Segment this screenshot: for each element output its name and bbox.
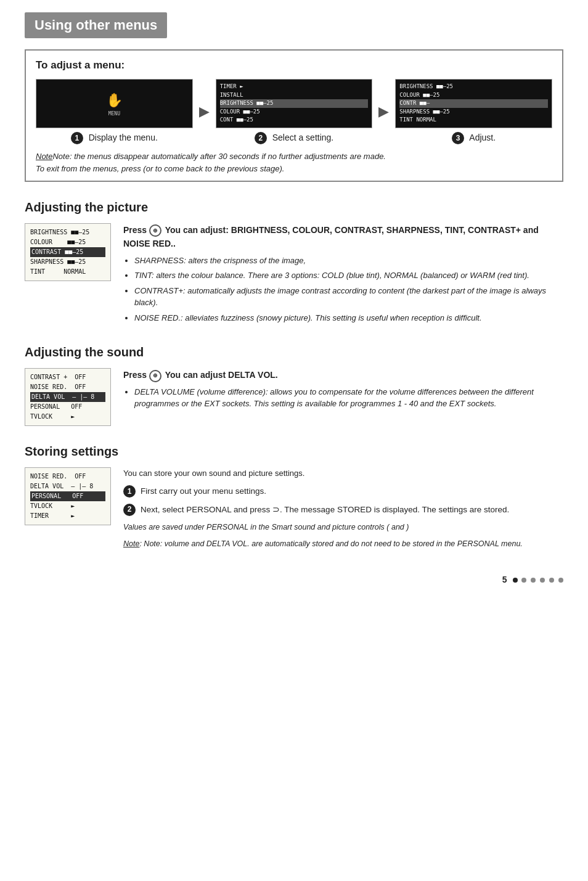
step3-label: 3 Adjust.: [452, 132, 496, 144]
page-number: 5: [502, 575, 507, 584]
storing-menu-image: NOISE RED. OFF DELTA VOL — |— 8 PERSONAL…: [25, 467, 111, 525]
page-footer: 5: [25, 575, 563, 584]
storing-steps: 1 First carry out your menu settings. 2 …: [123, 485, 563, 516]
picture-bullet-4: NOISE RED.: alleviates fuzziness (snowy …: [134, 312, 563, 324]
storing-step2-number: 2: [123, 504, 136, 516]
step1-label: 1 Display the menu.: [71, 132, 158, 144]
adjust-step-1: ✋ MENU 1 Display the menu.: [36, 79, 193, 144]
dot-6: [558, 578, 563, 583]
arrow-1: ▶: [199, 104, 210, 144]
dot-1: [513, 578, 518, 583]
sound-press-line: Press ⊕ You can adjust DELTA VOL.: [123, 368, 563, 382]
dot-4: [540, 578, 545, 583]
step2-image: TIMER ► INSTALL BRIGHTNESS ■■—25 COLOUR …: [216, 79, 373, 128]
storing-note2: Note: Note: volume and DELTA VOL. are au…: [123, 538, 563, 550]
menu-button-sound-icon: ⊕: [149, 370, 161, 382]
picture-bullet-1: SHARPNESS: alters the crispness of the i…: [134, 255, 563, 267]
storing-step1-number: 1: [123, 485, 136, 498]
sound-menu-image: CONTRAST + OFF NOISE RED. OFF DELTA VOL …: [25, 368, 111, 426]
step1-image: ✋ MENU: [36, 79, 193, 128]
picture-section-title: Adjusting the picture: [25, 200, 563, 215]
storing-section-title: Storing settings: [25, 445, 563, 459]
step3-number: 3: [452, 132, 464, 144]
picture-press-line: Press ⊕ You can adjust: BRIGHTNESS, COLO…: [123, 223, 563, 251]
sound-section-title: Adjusting the sound: [25, 345, 563, 359]
adjust-step-2: TIMER ► INSTALL BRIGHTNESS ■■—25 COLOUR …: [216, 79, 373, 144]
sound-content-text: Press ⊕ You can adjust DELTA VOL. DELTA …: [123, 368, 563, 412]
picture-menu-image: BRIGHTNESS ■■—25 COLOUR ■■—25 CONTRAST ■…: [25, 223, 111, 281]
arrow-2: ▶: [378, 104, 389, 144]
sound-content-row: CONTRAST + OFF NOISE RED. OFF DELTA VOL …: [25, 368, 563, 426]
adjust-steps-row: ✋ MENU 1 Display the menu. ▶ TIMER ► INS…: [36, 79, 552, 144]
pagination-dots: [511, 575, 563, 584]
storing-intro: You can store your own sound and picture…: [123, 467, 563, 480]
picture-bullet-2: TINT: alters the colour balance. There a…: [134, 269, 563, 282]
sound-bullets-list: DELTA VOLUME (volume difference): allows…: [123, 386, 563, 410]
adjust-step-3: BRIGHTNESS ■■—25 COLOUR ■■—25 CONTR ■■— …: [395, 79, 552, 144]
picture-bullets-list: SHARPNESS: alters the crispness of the i…: [123, 255, 563, 324]
menu-button-icon: ⊕: [149, 224, 161, 237]
step1-number: 1: [71, 132, 83, 144]
adjust-menu-section: To adjust a menu: ✋ MENU 1 Display the m…: [25, 49, 563, 182]
sound-bullet-1: DELTA VOLUME (volume difference): allows…: [134, 386, 563, 410]
step2-label: 2 Select a setting.: [255, 132, 334, 144]
step2-number: 2: [255, 132, 267, 144]
storing-step-2: 2 Next, select PERSONAL and press ⊃. The…: [123, 503, 563, 517]
storing-step-1: 1 First carry out your menu settings.: [123, 485, 563, 498]
picture-content-text: Press ⊕ You can adjust: BRIGHTNESS, COLO…: [123, 223, 563, 327]
adjust-menu-heading: To adjust a menu:: [36, 59, 552, 72]
storing-content-text: You can store your own sound and picture…: [123, 467, 563, 550]
storing-note1: Values are saved under PERSONAL in the S…: [123, 522, 563, 533]
step3-image: BRIGHTNESS ■■—25 COLOUR ■■—25 CONTR ■■— …: [395, 79, 552, 128]
dot-2: [521, 578, 526, 583]
adjust-menu-note: NoteNote: the menus disappear automatica…: [36, 150, 552, 174]
dot-3: [531, 578, 536, 583]
picture-bullet-3: CONTRAST+: automatically adjusts the ima…: [134, 285, 563, 309]
dot-5: [549, 578, 554, 583]
page-title: Using other menus: [25, 12, 167, 38]
picture-content-row: BRIGHTNESS ■■—25 COLOUR ■■—25 CONTRAST ■…: [25, 223, 563, 327]
storing-content-row: NOISE RED. OFF DELTA VOL — |— 8 PERSONAL…: [25, 467, 563, 550]
